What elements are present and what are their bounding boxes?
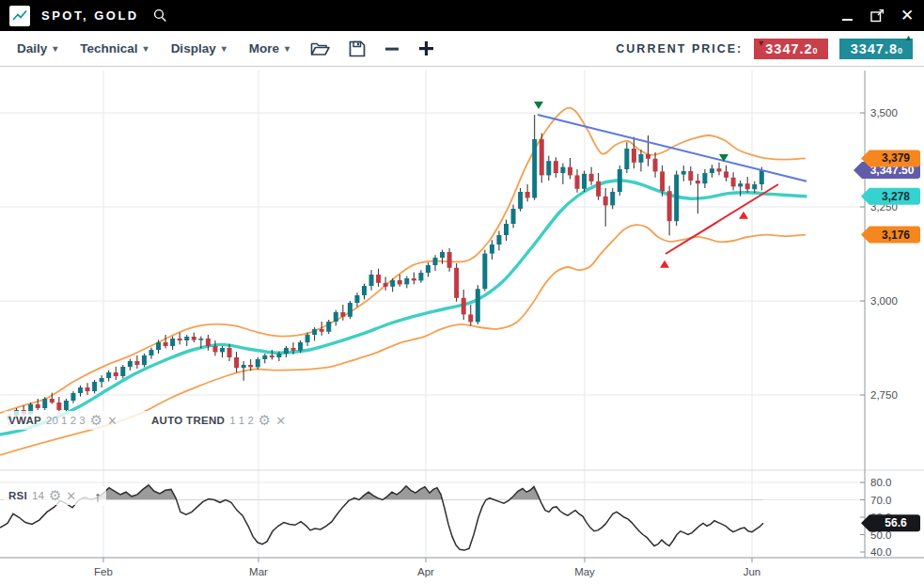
open-folder-icon[interactable]: [310, 40, 330, 56]
autotrend-settings-gear-icon[interactable]: ⚙︎: [258, 412, 271, 429]
svg-text:56.6: 56.6: [885, 516, 907, 529]
trendline-resistance: [538, 115, 807, 182]
bid-price-value: 3347.2: [765, 41, 812, 56]
minimize-button[interactable]: [839, 8, 854, 24]
rsi-remove-icon[interactable]: ✕: [66, 489, 76, 503]
chart-area[interactable]: 3,5003,2503,0002,75080.070.060.050.040.0…: [0, 67, 924, 584]
svg-text:Apr: Apr: [417, 566, 434, 577]
svg-text:3,000: 3,000: [870, 295, 898, 307]
buy-signal-arrow-icon: [739, 212, 748, 219]
chart-toolbar: Daily▾ Technical▾ Display▾ More▾ CURRENT…: [0, 31, 924, 67]
chevron-down-icon: ▾: [285, 43, 290, 54]
svg-text:80.0: 80.0: [870, 477, 891, 488]
vwap-params: 20 1 2 3: [46, 415, 86, 426]
timeframe-menu[interactable]: Daily▾: [17, 41, 57, 55]
overlay-indicator-row: VWAP 20 1 2 3 ⚙︎ ✕ AUTO TREND 1 1 2 ⚙︎ ✕: [4, 411, 290, 430]
autotrend-remove-icon[interactable]: ✕: [275, 414, 286, 428]
rsi-move-up-icon[interactable]: ↑: [94, 488, 102, 504]
price-chart-svg: 3,5003,2503,0002,75080.070.060.050.040.0…: [0, 67, 924, 584]
svg-text:3,379: 3,379: [882, 151, 910, 165]
price-up-arrow-icon: ▲: [904, 34, 914, 42]
bid-price-badge: ▼ 3347.20: [754, 39, 827, 59]
svg-text:Jun: Jun: [744, 566, 761, 577]
rsi-settings-gear-icon[interactable]: ⚙︎: [49, 487, 61, 504]
svg-text:70.0: 70.0: [870, 495, 891, 506]
instrument-title: SPOT, GOLD: [41, 8, 139, 23]
axis-labels: 3,5003,2503,0002,75080.070.060.050.040.0…: [94, 107, 898, 577]
ask-price-badge: 3347.80 ▲: [839, 39, 913, 59]
svg-text:May: May: [574, 566, 595, 577]
svg-text:3,500: 3,500: [870, 107, 898, 118]
vwap-label: VWAP: [8, 415, 41, 426]
vwap-line: [0, 181, 806, 434]
popout-window-button[interactable]: [869, 8, 885, 24]
title-bar: SPOT, GOLD ✕: [0, 0, 924, 31]
svg-text:40.0: 40.0: [870, 546, 891, 558]
ask-price-value: 3347.8: [851, 41, 898, 56]
svg-text:2,750: 2,750: [870, 389, 898, 401]
vwap-remove-icon[interactable]: ✕: [107, 414, 117, 428]
search-icon[interactable]: [152, 8, 168, 24]
sell-signal-arrow-icon: [534, 102, 543, 109]
rsi-params: 14: [32, 490, 44, 501]
autotrend-label: AUTO TREND: [151, 415, 225, 426]
price-down-arrow-icon: ▼: [757, 39, 766, 48]
gridlines: [0, 71, 865, 558]
buy-signal-arrow-icon: [660, 260, 669, 268]
display-menu[interactable]: Display▾: [171, 41, 227, 55]
close-icon[interactable]: ✕: [900, 8, 915, 24]
save-icon[interactable]: [349, 40, 366, 57]
zoom-out-button[interactable]: [384, 41, 399, 56]
svg-text:Feb: Feb: [94, 566, 113, 577]
chevron-down-icon: ▾: [53, 43, 57, 54]
zoom-in-button[interactable]: [418, 40, 434, 56]
more-menu[interactable]: More▾: [249, 41, 290, 55]
autotrend-params: 1 1 2: [229, 415, 254, 426]
candlestick-series: [8, 115, 764, 426]
vwap-settings-gear-icon[interactable]: ⚙︎: [90, 412, 102, 429]
technical-menu[interactable]: Technical▾: [80, 41, 148, 55]
svg-text:3,278: 3,278: [882, 190, 910, 203]
current-price-label: CURRENT PRICE:: [616, 42, 743, 55]
chevron-down-icon: ▾: [144, 43, 149, 54]
svg-text:3,176: 3,176: [882, 229, 910, 242]
rsi-indicator-row: RSI 14 ⚙︎ ✕ ↑: [4, 486, 106, 505]
svg-text:Mar: Mar: [249, 566, 268, 577]
app-logo-icon: [9, 6, 30, 26]
rsi-label: RSI: [8, 490, 27, 501]
chevron-down-icon: ▾: [222, 43, 227, 54]
